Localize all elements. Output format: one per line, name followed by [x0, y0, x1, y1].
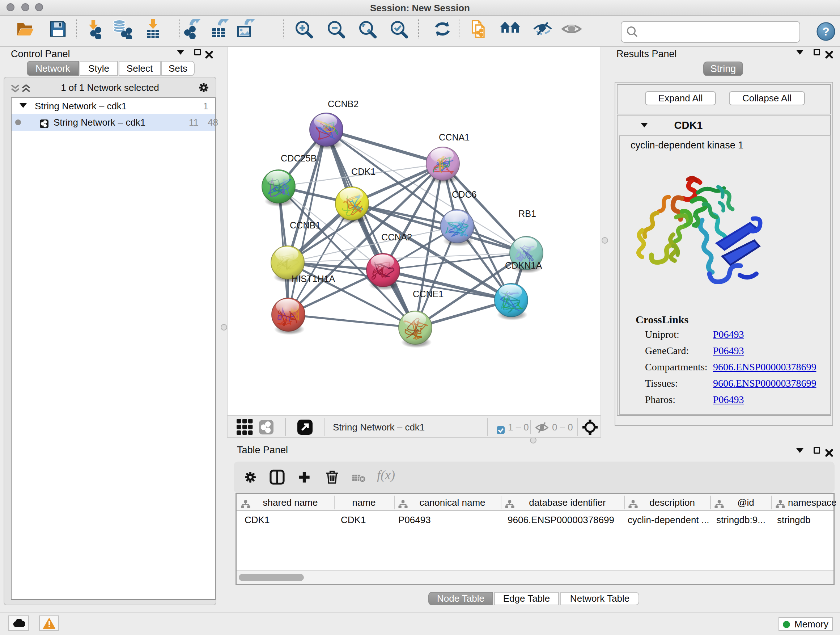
svg-text:CCNB2: CCNB2 [328, 99, 358, 109]
svg-text:CCNB1: CCNB1 [290, 220, 321, 230]
svg-text:?: ? [822, 25, 829, 38]
svg-text:CCNE1: CCNE1 [413, 289, 444, 299]
svg-text:CCNA1: CCNA1 [439, 132, 470, 142]
svg-text:RB1: RB1 [518, 209, 536, 219]
svg-text:CDK1: CDK1 [351, 166, 376, 177]
svg-text:CCNA2: CCNA2 [381, 232, 412, 242]
svg-text:HIST1H1A: HIST1H1A [292, 274, 335, 284]
svg-text:CDC25B: CDC25B [281, 153, 317, 163]
svg-text:CDC6: CDC6 [452, 189, 477, 200]
svg-text:CDKN1A: CDKN1A [505, 260, 542, 271]
